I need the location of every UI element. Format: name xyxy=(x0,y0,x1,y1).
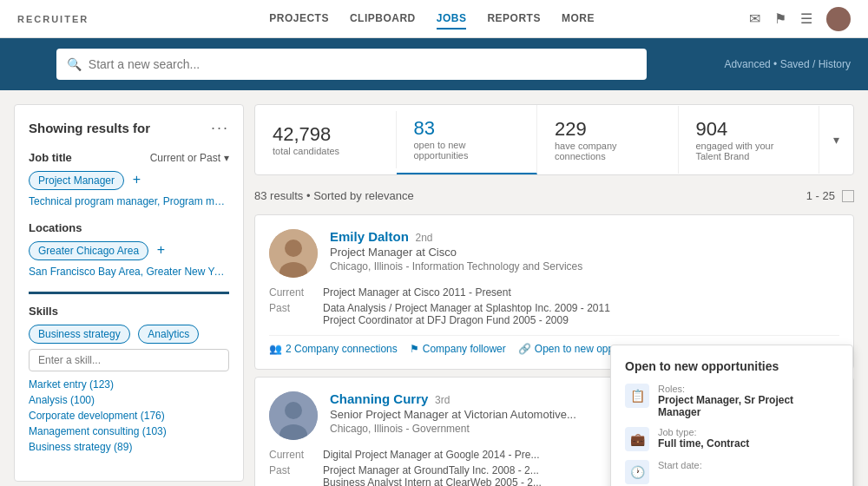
skill-suggestion-0[interactable]: Market entry (123) xyxy=(29,378,229,391)
locations-label: Locations xyxy=(29,221,229,234)
exp-current-detail-channing: Digital Project Manager at Google 2014 -… xyxy=(323,449,539,461)
tooltip-row-roles: 📋 Roles: Project Manager, Sr Project Man… xyxy=(625,384,838,418)
jobtype-value: Full time, Contract xyxy=(658,437,749,450)
exp-current-detail-emily: Project Manager at Cisco 2011 - Present xyxy=(323,286,511,299)
skill-suggestion-1[interactable]: Analysis (100) xyxy=(29,394,229,406)
tooltip-row-jobtype: 💼 Job type: Full time, Contract xyxy=(625,427,838,451)
stat-open-label: open to new opportunities xyxy=(414,140,520,161)
nav-reports[interactable]: REPORTS xyxy=(487,9,541,30)
mail-icon[interactable]: ✉ xyxy=(749,10,760,27)
nav-projects[interactable]: PROJECTS xyxy=(269,9,329,30)
stat-total-label: total candidates xyxy=(273,146,378,156)
startdate-icon: 🕐 xyxy=(625,460,649,484)
results-pagination: 1 - 25 xyxy=(806,189,854,202)
exp-past-1-emily: Project Coordinator at DFJ Dragon Fund 2… xyxy=(323,314,610,326)
skill-input[interactable] xyxy=(29,349,229,371)
stat-open-number: 83 xyxy=(414,117,520,140)
select-all-checkbox[interactable] xyxy=(842,190,854,202)
search-icon: 🔍 xyxy=(67,57,82,71)
exp-current-emily: Current Project Manager at Cisco 2011 - … xyxy=(269,286,839,299)
exp-past-emily: Past Data Analysis / Project Manager at … xyxy=(269,302,839,326)
candidate-avatar-channing xyxy=(269,391,318,440)
skill-suggestion-4[interactable]: Business strategy (89) xyxy=(29,441,229,453)
candidate-name-link-emily[interactable]: Emily Dalton xyxy=(330,229,409,244)
candidate-card-emily: Emily Dalton 2nd Project Manager at Cisc… xyxy=(254,214,854,370)
pagination-text: 1 - 25 xyxy=(806,189,835,202)
content: 42,798 total candidates 83 open to new o… xyxy=(254,104,854,486)
exp-past-0-emily: Data Analysis / Project Manager at Splas… xyxy=(323,302,610,314)
skill-tag-analytics[interactable]: Analytics xyxy=(138,325,199,344)
flag-icon[interactable]: ⚑ xyxy=(774,10,786,27)
roles-icon: 📋 xyxy=(625,384,649,408)
skill-suggestion-2[interactable]: Corporate development (176) xyxy=(29,410,229,422)
stat-talent-label: engaged with your Talent Brand xyxy=(696,141,802,161)
candidate-header-emily: Emily Dalton 2nd Project Manager at Cisc… xyxy=(269,229,839,278)
skill-tags: Business strategy Analytics xyxy=(29,325,229,349)
exp-past-0-channing: Project Manager at GroundTally Inc. 2008… xyxy=(323,464,542,476)
stat-talent-number: 904 xyxy=(696,118,802,141)
company-follower-emily[interactable]: ⚑ Company follower xyxy=(410,343,506,355)
user-avatar[interactable] xyxy=(826,7,851,31)
locations-filter: Locations Greater Chicago Area + San Fra… xyxy=(29,221,229,278)
sidebar-header: Showing results for ··· xyxy=(29,119,229,137)
nav-clipboard[interactable]: CLIPBOARD xyxy=(350,9,416,30)
company-connections-emily[interactable]: 👥 2 Company connections xyxy=(269,343,398,355)
nav-more[interactable]: MORE xyxy=(562,9,595,30)
svg-point-4 xyxy=(285,402,302,419)
add-job-title[interactable]: + xyxy=(133,172,141,187)
startdate-label: Start date: xyxy=(658,460,702,470)
job-title-suggestion[interactable]: Technical program manager, Program mana.… xyxy=(29,195,229,207)
stats-chevron[interactable]: ▾ xyxy=(819,121,853,159)
candidate-info-emily: Emily Dalton 2nd Project Manager at Cisc… xyxy=(330,229,839,278)
jobtype-icon: 💼 xyxy=(625,427,649,451)
results-summary: 83 results • Sorted by relevance xyxy=(254,189,414,202)
search-input-wrapper: 🔍 xyxy=(56,49,647,80)
stat-open[interactable]: 83 open to new opportunities xyxy=(397,105,538,174)
stat-total-number: 42,798 xyxy=(273,123,378,146)
degree-emily: 2nd xyxy=(415,232,432,244)
skill-suggestions: Market entry (123) Analysis (100) Corpor… xyxy=(29,378,229,453)
job-title-tags: Project Manager + xyxy=(29,171,229,195)
nav-links: PROJECTS CLIPBOARD JOBS REPORTS MORE xyxy=(115,9,749,30)
sidebar: Showing results for ··· Job title Curren… xyxy=(14,104,244,482)
job-title-tag[interactable]: Project Manager xyxy=(29,171,124,190)
stat-connections-number: 229 xyxy=(555,118,661,141)
candidate-avatar-emily xyxy=(269,229,318,278)
svg-point-1 xyxy=(285,240,302,257)
stats-bar: 42,798 total candidates 83 open to new o… xyxy=(254,104,854,175)
stat-connections-label: have company connections xyxy=(555,141,661,161)
stat-total[interactable]: 42,798 total candidates xyxy=(255,111,397,168)
degree-channing: 3rd xyxy=(435,394,450,406)
candidate-location-emily: Chicago, Illinois - Information Technolo… xyxy=(330,260,839,273)
search-advanced[interactable]: Advanced • Saved / History xyxy=(724,58,851,70)
brand-logo: RECRUITER xyxy=(17,14,89,24)
nav-jobs[interactable]: JOBS xyxy=(437,9,467,30)
skill-tag-business[interactable]: Business strategy xyxy=(29,325,130,344)
exp-past-1-channing: Business Analyst Intern at ClearWeb 2005… xyxy=(323,476,542,486)
location-tag[interactable]: Greater Chicago Area xyxy=(29,241,148,260)
jobtype-label: Job type: xyxy=(658,427,749,437)
filter-icon[interactable]: ☰ xyxy=(800,10,812,27)
candidate-name-link-channing[interactable]: Channing Curry xyxy=(330,391,428,406)
sidebar-title: Showing results for xyxy=(29,121,150,135)
roles-value: Project Manager, Sr Project Manager xyxy=(658,394,838,418)
avatar-svg-channing xyxy=(269,391,318,440)
results-header: 83 results • Sorted by relevance 1 - 25 xyxy=(254,184,854,207)
main-layout: Showing results for ··· Job title Curren… xyxy=(0,90,868,486)
tooltip-title: Open to new opportunities xyxy=(625,359,838,373)
stat-talent[interactable]: 904 engaged with your Talent Brand xyxy=(679,106,820,174)
top-nav: RECRUITER PROJECTS CLIPBOARD JOBS REPORT… xyxy=(0,0,868,38)
stat-connections[interactable]: 229 have company connections xyxy=(537,106,679,174)
open-opportunity-tooltip: Open to new opportunities 📋 Roles: Proje… xyxy=(610,345,853,486)
candidate-title-emily: Project Manager at Cisco xyxy=(330,246,839,259)
skill-suggestion-3[interactable]: Management consulting (103) xyxy=(29,425,229,437)
add-location[interactable]: + xyxy=(157,242,165,257)
job-title-label: Job title Current or Past ▾ xyxy=(29,151,229,164)
skills-filter: Skills Business strategy Analytics Marke… xyxy=(29,292,229,453)
search-input[interactable] xyxy=(89,57,636,71)
location-suggestion[interactable]: San Francisco Bay Area, Greater New York… xyxy=(29,266,229,278)
roles-label: Roles: xyxy=(658,384,838,394)
current-or-past[interactable]: Current or Past ▾ xyxy=(150,152,229,164)
job-title-filter: Job title Current or Past ▾ Project Mana… xyxy=(29,151,229,207)
sidebar-options[interactable]: ··· xyxy=(211,119,229,137)
